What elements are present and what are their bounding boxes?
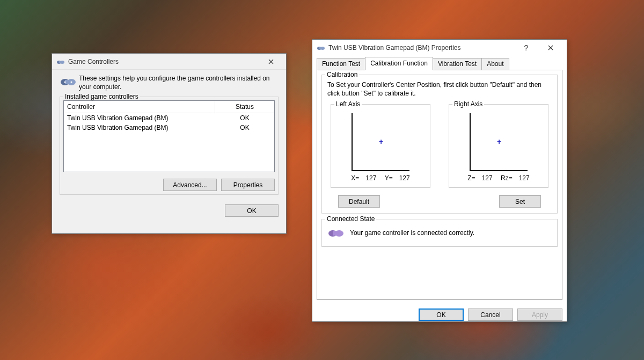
gamepad-icon — [317, 43, 325, 52]
connected-state-group: Connected State Your game controller is … — [321, 219, 558, 247]
crosshair-icon: + — [497, 137, 501, 146]
right-axis-plot: + — [470, 113, 528, 171]
left-axis-group: Left Axis + X=127 Y=127 — [331, 104, 430, 188]
calibration-instructions: To Set your Controller's Center Position… — [327, 80, 552, 98]
tab-about[interactable]: About — [481, 58, 509, 70]
advanced-button[interactable]: Advanced... — [163, 179, 217, 191]
tab-vibration-test[interactable]: Vibration Test — [433, 58, 482, 70]
ok-button[interactable]: OK — [225, 204, 279, 217]
help-button[interactable]: ? — [514, 40, 538, 56]
svg-rect-10 — [319, 47, 323, 49]
svg-point-7 — [71, 82, 72, 83]
titlebar[interactable]: Twin USB Vibration Gamepad (BM) Properti… — [312, 40, 567, 56]
tab-function-test[interactable]: Function Test — [317, 58, 365, 70]
row-name: Twin USB Vibration Gamepad (BM) — [64, 123, 215, 133]
tab-calibration-function[interactable]: Calibration Function — [365, 57, 433, 70]
ok-button[interactable]: OK — [419, 308, 464, 321]
set-button[interactable]: Set — [499, 195, 541, 208]
apply-button[interactable]: Apply — [517, 308, 562, 321]
row-status: OK — [215, 113, 274, 123]
calibration-legend: Calibration — [325, 71, 359, 78]
x-label: X= — [351, 174, 359, 182]
left-axis-readout: X=127 Y=127 — [336, 174, 425, 182]
col-header-controller[interactable]: Controller — [64, 101, 215, 113]
controllers-list[interactable]: Controller Status Twin USB Vibration Gam… — [63, 100, 275, 172]
y-label: Y= — [385, 174, 393, 182]
properties-button[interactable]: Properties — [221, 179, 275, 191]
close-button[interactable] — [538, 40, 562, 56]
list-item[interactable]: Twin USB Vibration Gamepad (BM) OK — [64, 113, 274, 123]
rz-value: 127 — [519, 174, 530, 182]
tab-content: Calibration To Set your Controller's Cen… — [317, 70, 562, 300]
close-button[interactable] — [260, 54, 282, 70]
z-label: Z= — [467, 174, 475, 182]
left-axis-legend: Left Axis — [334, 100, 362, 108]
svg-rect-5 — [65, 80, 71, 84]
crosshair-icon: + — [379, 137, 383, 146]
titlebar[interactable]: Game Controllers — [52, 54, 286, 70]
z-value: 127 — [482, 174, 493, 182]
installed-controllers-group: Installed game controllers Controller St… — [60, 97, 279, 195]
right-axis-group: Right Axis + Z=127 Rz=127 — [449, 104, 548, 188]
left-axis-plot: + — [352, 113, 409, 171]
gamepad-properties-window: Twin USB Vibration Gamepad (BM) Properti… — [312, 39, 567, 322]
rz-label: Rz= — [501, 174, 513, 182]
gamepad-large-icon — [60, 74, 79, 91]
dialog-footer: OK Cancel Apply — [312, 304, 567, 325]
group-legend: Installed game controllers — [63, 93, 140, 100]
row-name: Twin USB Vibration Gamepad (BM) — [64, 113, 215, 123]
calibration-group: Calibration To Set your Controller's Cen… — [321, 75, 558, 214]
y-value: 127 — [399, 174, 410, 182]
cancel-button[interactable]: Cancel — [468, 308, 513, 321]
window-title: Twin USB Vibration Gamepad (BM) Properti… — [328, 44, 461, 52]
gamepad-icon — [56, 57, 65, 66]
x-value: 127 — [365, 174, 376, 182]
intro-text: These settings help you configure the ga… — [79, 74, 279, 91]
right-axis-readout: Z=127 Rz=127 — [455, 174, 543, 182]
svg-rect-13 — [333, 231, 339, 236]
list-item[interactable]: Twin USB Vibration Gamepad (BM) OK — [64, 123, 274, 133]
svg-point-6 — [64, 82, 66, 83]
row-status: OK — [215, 123, 274, 133]
list-header: Controller Status — [64, 101, 274, 113]
connected-text: Your game controller is connected correc… — [350, 229, 474, 237]
gamepad-connected-icon — [327, 227, 345, 239]
game-controllers-window: Game Controllers These settings help you… — [52, 53, 287, 234]
connected-legend: Connected State — [325, 215, 376, 223]
tab-bar: Function Test Calibration Function Vibra… — [317, 57, 562, 70]
svg-rect-2 — [59, 61, 62, 63]
col-header-status[interactable]: Status — [215, 101, 274, 113]
right-axis-legend: Right Axis — [452, 100, 484, 108]
default-button[interactable]: Default — [338, 195, 380, 208]
window-title: Game Controllers — [68, 58, 119, 65]
